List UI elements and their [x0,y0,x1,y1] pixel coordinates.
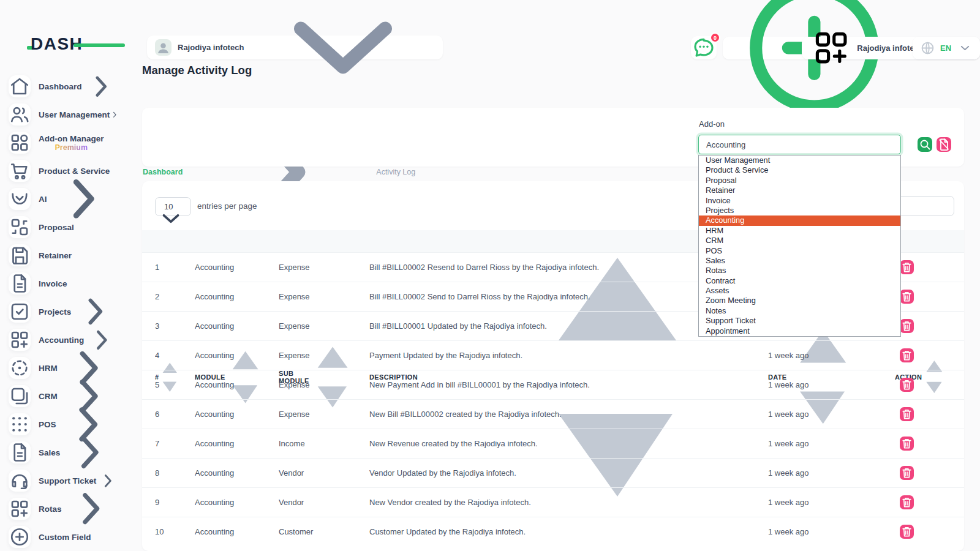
logo-accent-bar [74,43,125,47]
page-size-label: entries per page [197,201,257,211]
trash-icon [900,495,914,509]
workspace-name: Rajodiya infotech [178,43,244,52]
dropdown-option[interactable]: Zoom Meeting [699,296,900,305]
dropdown-option[interactable]: Retainer [699,186,900,195]
sidebar-item-add-on-manager[interactable]: Add-on Manager Premium [9,132,126,154]
sidebar: DASH Dashboard User Management Add-on Ma… [0,0,130,551]
page-title: Manage Activity Log [142,64,252,77]
avatar [155,39,172,56]
dropdown-option[interactable]: POS [699,246,900,256]
dropdown-option[interactable]: Support Ticket [699,316,900,326]
delete-button[interactable] [900,348,914,362]
target-icon [9,357,31,379]
sidebar-item-label: User Management [39,110,110,119]
sidebar-item-ai[interactable]: AI [9,188,126,210]
delete-button[interactable] [900,407,914,421]
sidebar-item-label: Dashboard [39,82,82,91]
addon-select-dropdown: User ManagementProduct & ServiceProposal… [698,155,901,337]
language-selector[interactable]: EN [913,37,980,59]
messages-button[interactable]: 0 [691,36,717,59]
trash-icon [900,407,914,421]
delete-button[interactable] [900,525,914,539]
table-row: 10 Accounting Customer Customer Updated … [142,517,964,546]
chevron-right-icon [62,479,120,538]
sidebar-item-label: Proposal [39,223,74,232]
sidebar-item-dashboard[interactable]: Dashboard [9,75,126,97]
workspace-selector[interactable]: Rajodiya infotech [147,36,443,59]
addon-select[interactable]: Accounting [698,135,901,154]
cell-date: 1 week ago [723,410,872,419]
dropdown-option[interactable]: Accounting [699,216,900,225]
delete-button[interactable] [900,437,914,451]
delete-button[interactable] [900,290,914,304]
cell-description: New Revenue created by the Rajodiya info… [369,439,723,448]
dropdown-option[interactable]: Projects [699,206,900,216]
dropdown-option[interactable]: Rotas [699,266,900,276]
cell-date: 1 week ago [723,439,872,448]
sidebar-item-label: Rotas [39,504,62,514]
delete-button[interactable] [900,495,914,509]
cell-sub-module: Vendor [279,498,369,507]
home-icon [9,75,31,97]
trash-icon [900,260,914,274]
cell-module: Accounting [195,410,279,419]
cell-number: 2 [155,292,195,301]
cell-module: Accounting [195,439,279,448]
sidebar-item-user-management[interactable]: User Management [9,103,126,126]
dropdown-option[interactable]: Assets [699,286,900,296]
proposal-icon [9,216,31,238]
dropdown-option[interactable]: Sales [699,256,900,266]
dropdown-option[interactable]: HRM [699,226,900,236]
sidebar-item-sales[interactable]: Sales [9,441,126,463]
dropdown-option[interactable]: Notes [699,306,900,316]
sidebar-item-label: Custom Field [39,533,91,542]
cell-number: 4 [155,351,195,360]
dropdown-option[interactable]: Contract [699,276,900,286]
dropdown-option[interactable]: Product & Service [699,165,900,175]
chevron-right-icon [82,67,120,105]
table-row: 9 Accounting Vendor New Vendor created b… [142,487,964,517]
dropdown-option[interactable]: Appointment [699,326,900,336]
cell-description: Payment Updated by the Rajodiya infotech… [369,351,723,360]
cell-date: 1 week ago [723,468,872,478]
dropdown-option[interactable]: Invoice [699,196,900,206]
sidebar-item-rotas[interactable]: Rotas [9,498,126,520]
breadcrumb-dashboard-link[interactable]: Dashboard [143,168,183,176]
cell-sub-module: Expense [279,410,369,419]
cell-date: 1 week ago [723,527,872,536]
cell-sub-module: Expense [279,292,369,301]
reset-filter-button[interactable] [937,137,951,152]
addon-filter-label: Add-on [699,119,725,129]
trash-icon [900,525,914,539]
sidebar-item-projects[interactable]: Projects [9,301,126,323]
file-icon [9,441,31,463]
delete-button[interactable] [900,260,914,274]
cell-date: 1 week ago [723,351,872,360]
delete-button[interactable] [900,466,914,480]
cell-sub-module: Customer [279,527,369,536]
dropdown-option[interactable]: Proposal [699,176,900,186]
delete-button[interactable] [900,378,914,392]
trash-icon [900,466,914,480]
sidebar-item-retainer[interactable]: Retainer [9,244,126,266]
cell-sub-module: Expense [279,351,369,360]
table-row: 4 Accounting Expense Payment Updated by … [142,340,964,370]
copy-icon [9,385,31,407]
page-size-select[interactable]: 10 [155,197,191,216]
table-row: 5 Accounting Expense New Payment Add in … [142,370,964,399]
dropdown-option[interactable]: CRM [699,236,900,246]
cell-description: New Vendor created by the Rajodiya infot… [369,498,723,507]
trash-icon [900,319,914,333]
sidebar-item-label: Retainer [39,251,72,260]
dropdown-option[interactable]: User Management [699,156,900,165]
cell-description: Bill #BILL00002 Send to Darrel Rioss by … [369,292,723,301]
apply-filter-button[interactable] [918,137,932,152]
headset-icon [9,470,31,492]
trash-icon [900,437,914,451]
cell-sub-module: Expense [279,380,369,389]
trash-icon [900,290,914,304]
trash-icon [900,348,914,362]
globe-icon [920,40,935,56]
plus-circle-icon [9,526,31,548]
delete-button[interactable] [900,319,914,333]
